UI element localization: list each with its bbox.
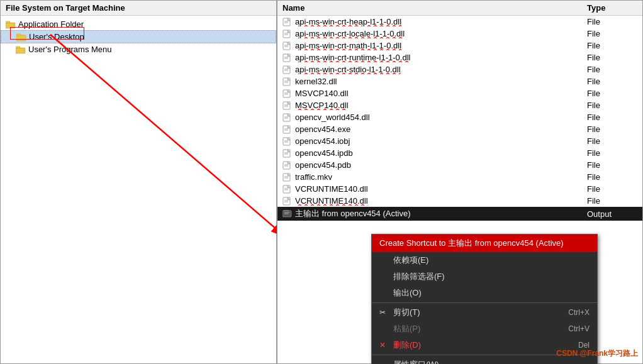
ctx-menu-item-1[interactable]: 排除筛选器(F) xyxy=(372,268,597,285)
file-type: File xyxy=(587,41,637,50)
file-row[interactable]: api-ms-win-crt-heap-l1-1-0.dllFile xyxy=(277,16,642,28)
file-type: File xyxy=(587,172,637,182)
file-row[interactable]: api-ms-win-crt-math-l1-1-0.dllFile xyxy=(277,40,642,52)
file-icon xyxy=(282,101,293,110)
file-row[interactable]: VCRUNTIME140.dllFile xyxy=(277,183,642,195)
col-header-type: Type xyxy=(587,3,637,13)
folder-icon xyxy=(16,45,26,54)
svg-rect-60 xyxy=(283,174,290,181)
svg-rect-20 xyxy=(283,54,290,62)
file-row[interactable]: 主输出 from opencv454 (Active)Output xyxy=(277,207,642,221)
folder-icon xyxy=(16,33,26,41)
file-name: kernel32.dll xyxy=(295,77,587,86)
file-type: File xyxy=(587,136,637,146)
context-menu: Create Shortcut to 主输出 from opencv454 (A… xyxy=(371,234,598,364)
ctx-menu-item-5[interactable]: 粘贴(P)Ctrl+V xyxy=(372,321,597,337)
svg-rect-64 xyxy=(283,185,290,193)
file-row[interactable]: kernel32.dllFile xyxy=(277,75,642,87)
file-row[interactable]: api-ms-win-crt-runtime-l1-1-0.dllFile xyxy=(277,52,642,63)
svg-rect-2 xyxy=(16,35,26,41)
file-icon xyxy=(282,149,293,158)
tree-item-label: User's Desktop xyxy=(29,32,84,41)
file-row[interactable]: opencv454.pdbFile xyxy=(277,159,642,171)
file-name: MSVCP140.dll xyxy=(295,101,587,110)
file-type: File xyxy=(587,113,637,122)
file-row[interactable]: traffic.mkvFile xyxy=(277,171,642,183)
file-row[interactable]: opencv454.exeFile xyxy=(277,123,642,135)
file-icon xyxy=(282,161,293,170)
ctx-item-icon: ✂ xyxy=(379,308,391,317)
file-type: Output xyxy=(587,209,637,219)
tree-item-label: Application Folder xyxy=(18,19,84,29)
svg-rect-4 xyxy=(16,48,25,53)
file-row[interactable]: MSVCP140.dllFile xyxy=(277,99,642,111)
file-name: VCRUNTIME140.dll xyxy=(295,184,587,194)
file-name: VCRUNTIME140.dll xyxy=(295,196,587,206)
file-type: File xyxy=(587,196,637,206)
file-row[interactable]: opencv_world454.dllFile xyxy=(277,111,642,123)
ctx-menu-item-2[interactable]: 输出(O) xyxy=(372,285,597,301)
svg-rect-28 xyxy=(283,78,290,85)
ctx-separator xyxy=(372,302,597,303)
tree-item-label: User's Programs Menu xyxy=(28,45,112,54)
ctx-item-shortcut: Ctrl+V xyxy=(568,324,590,333)
file-icon xyxy=(282,89,293,98)
file-name: opencv454.exe xyxy=(295,124,587,134)
svg-rect-5 xyxy=(16,47,20,48)
file-type: File xyxy=(587,184,637,194)
tree-item-2[interactable]: User's Programs Menu xyxy=(1,43,276,55)
svg-rect-68 xyxy=(283,197,290,205)
svg-rect-32 xyxy=(283,90,290,97)
svg-rect-0 xyxy=(6,23,15,28)
file-name: api-ms-win-crt-math-l1-1-0.dll xyxy=(295,41,587,50)
file-row[interactable]: opencv454.ipdbFile xyxy=(277,147,642,159)
svg-rect-36 xyxy=(283,102,290,109)
left-panel: File System on Target Machine Applicatio… xyxy=(1,1,277,363)
file-icon xyxy=(282,173,293,182)
ctx-item-label: 属性窗口(W) xyxy=(393,359,439,364)
file-name: opencv454.iobj xyxy=(295,136,587,146)
file-icon xyxy=(282,137,293,146)
svg-rect-73 xyxy=(284,210,289,211)
file-icon xyxy=(282,77,293,86)
file-type: File xyxy=(587,65,637,74)
file-name: MSVCP140.dll xyxy=(295,89,587,98)
file-type: File xyxy=(587,53,637,62)
ctx-item-label: 剪切(T) xyxy=(393,307,420,318)
file-icon xyxy=(282,41,293,50)
file-row[interactable]: api-ms-win-crt-stdio-l1-1-0.dllFile xyxy=(277,63,642,75)
file-icon xyxy=(282,113,293,122)
file-icon xyxy=(282,197,293,206)
file-type: File xyxy=(587,89,637,98)
ctx-menu-item-4[interactable]: ✂剪切(T)Ctrl+X xyxy=(372,304,597,321)
ctx-menu-item-0[interactable]: 依赖项(E) xyxy=(372,252,597,268)
file-row[interactable]: api-ms-win-crt-locale-l1-1-0.dllFile xyxy=(277,28,642,40)
ctx-item-label: 排除筛选器(F) xyxy=(393,271,445,282)
right-panel-header: Name Type xyxy=(277,1,642,16)
file-row[interactable]: VCRUNTIME140.dllFile xyxy=(277,195,642,207)
file-icon xyxy=(282,18,293,26)
tree-item-0[interactable]: Application Folder xyxy=(1,18,276,30)
svg-rect-48 xyxy=(283,138,290,145)
context-menu-header: Create Shortcut to 主输出 from opencv454 (A… xyxy=(372,234,597,252)
watermark: CSDN @Frank学习路上 xyxy=(556,348,638,359)
file-row[interactable]: opencv454.iobjFile xyxy=(277,135,642,147)
ctx-item-icon: ✕ xyxy=(379,341,391,350)
svg-rect-44 xyxy=(283,126,290,133)
folder-icon xyxy=(6,20,16,29)
svg-rect-1 xyxy=(6,21,10,23)
ctx-item-label: 粘贴(P) xyxy=(393,323,420,334)
left-panel-header: File System on Target Machine xyxy=(1,1,276,16)
svg-rect-40 xyxy=(283,114,290,121)
file-name: opencv454.pdb xyxy=(295,160,587,170)
tree-area: Application Folder User's Desktop User's… xyxy=(1,16,276,363)
svg-rect-24 xyxy=(283,66,290,74)
file-row[interactable]: MSVCP140.dllFile xyxy=(277,87,642,99)
file-icon xyxy=(282,209,293,218)
col-header-name: Name xyxy=(282,3,587,13)
file-icon xyxy=(282,65,293,74)
tree-item-1[interactable]: User's Desktop xyxy=(1,30,276,43)
svg-rect-56 xyxy=(283,162,290,169)
file-name: api-ms-win-crt-runtime-l1-1-0.dll xyxy=(295,53,587,62)
file-type: File xyxy=(587,124,637,134)
